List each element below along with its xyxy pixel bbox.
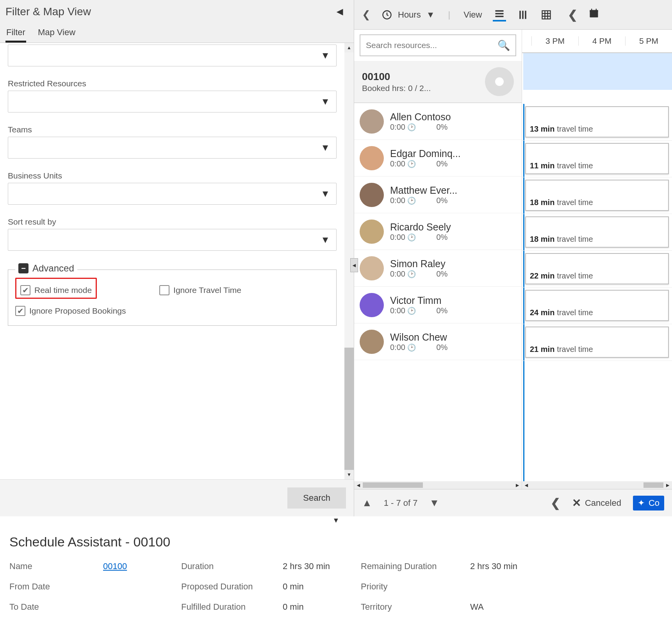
timeline-row[interactable]: 22 mintravel time <box>522 251 672 287</box>
select-sort[interactable]: ▼ <box>8 229 337 251</box>
resource-info: Wilson Chew 0:00 🕑 0% <box>390 332 516 352</box>
info-value <box>470 582 548 592</box>
status-canceled[interactable]: ✕ Canceled <box>572 496 621 509</box>
travel-duration: 13 min <box>530 125 554 134</box>
resource-row[interactable]: Victor Timm 0:00 🕑 0% <box>354 287 522 323</box>
scroll-thumb[interactable] <box>344 348 354 479</box>
resource-info: Ricardo Seely 0:00 🕑 0% <box>390 221 516 242</box>
travel-label: travel time <box>557 125 593 134</box>
avatar <box>360 293 384 317</box>
scroll-right-icon[interactable]: ► <box>515 482 520 488</box>
resource-time: 0:00 🕑 <box>390 233 416 242</box>
select-teams[interactable]: ▼ <box>8 137 337 159</box>
advanced-title: Advanced <box>32 263 74 274</box>
search-bar: Search <box>0 479 354 516</box>
travel-time-block[interactable]: 18 mintravel time <box>525 216 669 248</box>
split-handle[interactable]: ◄ <box>350 258 358 272</box>
list-horizontal-icon[interactable] <box>493 8 506 21</box>
label-bu: Business Units <box>8 171 337 180</box>
resource-search[interactable]: 🔍 <box>360 34 516 56</box>
top-select[interactable]: ▼ <box>8 45 337 66</box>
timeline-hscroll[interactable]: ◄ ► <box>522 481 672 489</box>
prev-big-icon[interactable]: ❮ <box>568 8 578 21</box>
resource-row[interactable]: Simon Raley 0:00 🕑 0% <box>354 250 522 287</box>
timeline-row[interactable]: 18 mintravel time <box>522 214 672 251</box>
page-first-icon[interactable]: ▲ <box>362 497 372 509</box>
timeline-row[interactable]: 24 mintravel time <box>522 287 672 324</box>
status-committed[interactable]: ✦ Co <box>633 496 664 511</box>
scroll-left-icon[interactable]: ◄ <box>356 482 361 488</box>
info-link[interactable]: 00100 <box>103 561 127 571</box>
collapse-left-icon[interactable]: ◄ <box>334 5 345 18</box>
checkbox-realtime[interactable]: Real time mode <box>20 285 92 295</box>
legend-prev-icon[interactable]: ❮ <box>551 496 560 510</box>
resource-name: Edgar Dominq... <box>390 148 516 159</box>
checkbox-ignore-travel[interactable]: Ignore Travel Time <box>159 282 241 299</box>
grid-icon[interactable] <box>540 8 553 21</box>
resource-header[interactable]: 00100 Booked hrs: 0 / 2... <box>354 61 522 103</box>
clock-icon: 🕑 <box>407 344 416 352</box>
select-restricted[interactable]: ▼ <box>8 91 337 112</box>
advanced-legend[interactable]: − Advanced <box>15 263 77 274</box>
info-label: Proposed Duration <box>181 582 283 592</box>
schedule-assistant-panel: Schedule Assistant - 00100 Name00100Dura… <box>0 524 672 612</box>
checkbox-ignore-proposed[interactable]: Ignore Proposed Bookings <box>15 306 329 316</box>
travel-time-block[interactable]: 24 mintravel time <box>525 290 669 321</box>
paging-text: 1 - 7 of 7 <box>384 498 418 508</box>
prev-icon[interactable]: ❮ <box>362 9 371 21</box>
resource-search-input[interactable] <box>366 41 497 50</box>
timeline-column: 3 PM4 PM5 PM 13 mintravel time11 mintrav… <box>522 30 672 489</box>
timeline-row[interactable]: 18 mintravel time <box>522 177 672 214</box>
resource-pct: 0% <box>436 270 447 278</box>
travel-time-block[interactable]: 13 mintravel time <box>525 106 669 137</box>
select-bu[interactable]: ▼ <box>8 183 337 205</box>
bottom-collapse-handle[interactable]: ▼ <box>0 516 672 524</box>
resource-row[interactable]: Matthew Ever... 0:00 🕑 0% <box>354 177 522 213</box>
label-sort: Sort result by <box>8 217 337 227</box>
info-label: Duration <box>181 561 283 571</box>
clock-icon: 🕑 <box>407 270 416 278</box>
paging-bar: ▲ 1 - 7 of 7 ▼ ❮ ✕ Canceled ✦ Co <box>354 489 672 516</box>
label-restricted: Restricted Resources <box>8 79 337 88</box>
timeline-row[interactable]: 11 mintravel time <box>522 141 672 177</box>
resource-hscroll[interactable]: ◄ ► <box>354 481 522 489</box>
scroll-down-icon[interactable]: ▼ <box>344 470 354 479</box>
travel-time-block[interactable]: 18 mintravel time <box>525 180 669 211</box>
timeline-row[interactable]: 21 mintravel time <box>522 324 672 361</box>
assistant-title: Schedule Assistant - 00100 <box>9 534 663 550</box>
scroll-up-icon[interactable]: ▲ <box>344 43 354 52</box>
info-value <box>103 602 181 612</box>
travel-time-block[interactable]: 21 mintravel time <box>525 327 669 358</box>
page-next-icon[interactable]: ▼ <box>430 497 440 509</box>
info-value <box>103 582 181 592</box>
search-icon[interactable]: 🔍 <box>497 39 510 52</box>
travel-duration: 11 min <box>530 161 554 170</box>
tab-filter[interactable]: Filter <box>5 27 26 43</box>
scroll-left-icon[interactable]: ◄ <box>524 482 529 488</box>
resource-pct: 0% <box>436 343 447 352</box>
chevron-down-icon: ▼ <box>321 234 330 245</box>
tab-map-view[interactable]: Map View <box>37 27 76 43</box>
resource-info: Victor Timm 0:00 🕑 0% <box>390 295 516 315</box>
travel-time-block[interactable]: 22 mintravel time <box>525 253 669 284</box>
timeline-row[interactable]: 13 mintravel time <box>522 104 672 141</box>
resource-row[interactable]: Allen Contoso 0:00 🕑 0% <box>354 103 522 140</box>
travel-label: travel time <box>557 345 593 354</box>
calendar-icon[interactable] <box>588 8 599 21</box>
separator: | <box>448 10 450 20</box>
search-button[interactable]: Search <box>287 487 346 509</box>
info-label: Name <box>9 561 103 571</box>
resource-row[interactable]: Edgar Dominq... 0:00 🕑 0% <box>354 140 522 177</box>
hours-dropdown[interactable]: Hours ▼ <box>381 9 435 20</box>
schedule-body: 🔍 00100 Booked hrs: 0 / 2... Allen Conto… <box>354 30 672 489</box>
resource-row[interactable]: Ricardo Seely 0:00 🕑 0% <box>354 213 522 250</box>
field-bu: Business Units ▼ <box>8 171 337 205</box>
scroll-right-icon[interactable]: ► <box>665 482 670 488</box>
travel-label: travel time <box>557 308 593 317</box>
collapse-icon[interactable]: − <box>18 263 29 273</box>
resource-info: Matthew Ever... 0:00 🕑 0% <box>390 185 516 205</box>
travel-time-block[interactable]: 11 mintravel time <box>525 143 669 174</box>
svg-rect-1 <box>542 11 551 19</box>
list-vertical-icon[interactable] <box>516 8 529 21</box>
resource-row[interactable]: Wilson Chew 0:00 🕑 0% <box>354 323 522 360</box>
